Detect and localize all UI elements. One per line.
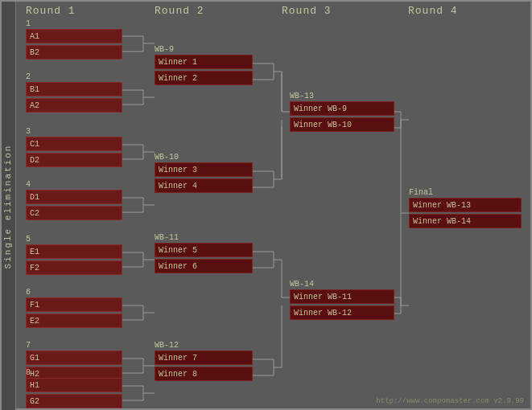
r3-wb13-team2: Winner WB-10 <box>290 117 394 132</box>
r3-wb13-team1: Winner WB-9 <box>290 101 394 116</box>
r3-wb13-label: WB-13 <box>290 92 314 100</box>
r2-wb11-team1: Winner 5 <box>155 243 253 257</box>
r1-match7-label: 7 <box>26 341 31 350</box>
r4-final-team1: Winner WB-13 <box>409 198 522 212</box>
r1-match4-team1: D1 <box>26 190 122 204</box>
r2-wb9-label: WB-9 <box>155 45 174 54</box>
r2-wb9-team2: Winner 2 <box>155 71 253 85</box>
round3-header: Round 3 <box>282 5 332 17</box>
r1-match8-team2: G2 <box>26 394 122 408</box>
r2-wb9-team1: Winner 1 <box>155 55 253 69</box>
r1-match3-label: 3 <box>26 127 31 136</box>
r2-wb11-team2: Winner 6 <box>155 259 253 273</box>
r1-match6-label: 6 <box>26 288 31 297</box>
r3-wb14-team2: Winner WB-12 <box>290 305 394 320</box>
r1-match5-team1: E1 <box>26 244 122 259</box>
r1-match4-team2: C2 <box>26 206 122 220</box>
r2-wb10-team1: Winner 3 <box>155 162 253 177</box>
r1-match8-team1: H1 <box>26 378 122 392</box>
round4-header: Round 4 <box>408 5 458 17</box>
r1-match5-team2: F2 <box>26 260 122 275</box>
r3-wb14-label: WB-14 <box>290 280 314 289</box>
r1-match5-label: 5 <box>26 235 31 244</box>
r4-final-label: Final <box>409 188 433 197</box>
r1-match2-label: 2 <box>26 72 31 81</box>
round2-header: Round 2 <box>155 5 204 17</box>
r2-wb11-label: WB-11 <box>155 233 179 242</box>
r2-wb12-team2: Winner 8 <box>155 367 253 381</box>
r4-final-team2: Winner WB-14 <box>409 214 522 228</box>
r1-match7-team1: G1 <box>26 351 122 365</box>
r2-wb10-label: WB-10 <box>155 153 179 162</box>
r1-match4-label: 4 <box>26 180 31 189</box>
r1-match1-team1: A1 <box>26 29 122 43</box>
r2-wb10-team2: Winner 4 <box>155 178 253 193</box>
r1-match8-label: 8 <box>26 368 31 377</box>
r1-match6-team1: F1 <box>26 297 122 312</box>
r1-match2-team2: A2 <box>26 98 122 113</box>
r1-match1-team2: B2 <box>26 45 122 59</box>
r2-wb12-team1: Winner 7 <box>155 351 253 365</box>
r1-match3-team1: C1 <box>26 137 122 151</box>
bracket-container: Single elimination Round 1 Round 2 Round… <box>0 0 532 410</box>
r1-match6-team2: E2 <box>26 314 122 328</box>
r1-match3-team2: D2 <box>26 153 122 167</box>
side-label: Single elimination <box>4 145 14 269</box>
r2-wb12-label: WB-12 <box>155 341 179 350</box>
round1-header: Round 1 <box>26 5 76 17</box>
watermark: http://www.compomaster.com v2.9.99 <box>376 397 524 405</box>
r1-match1-label: 1 <box>26 19 31 28</box>
r1-match2-team1: B1 <box>26 82 122 96</box>
r3-wb14-team1: Winner WB-11 <box>290 289 394 304</box>
